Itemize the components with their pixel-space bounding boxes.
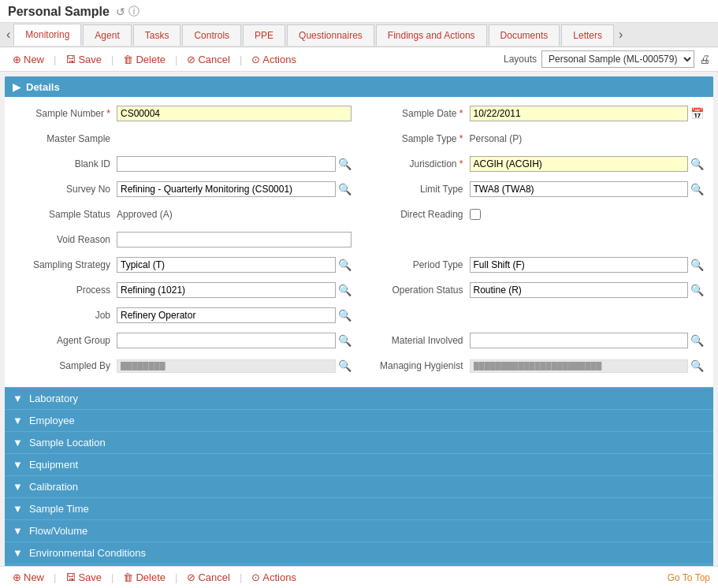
section-collapse-icon: ▼: [13, 437, 23, 448]
sampling-strategy-search-icon[interactable]: 🔍: [338, 259, 352, 271]
managing-hygienist-search-icon[interactable]: 🔍: [690, 359, 704, 372]
details-title: Details: [26, 81, 60, 93]
go-to-top-link[interactable]: Go To Top: [668, 572, 710, 583]
toolbar: ⊕ New | 🖫 Save | 🗑 Delete | ⊘ Cancel | ⊙…: [0, 47, 718, 72]
bottom-save-icon: 🖫: [65, 571, 76, 583]
form-row-sample-status: Sample Status Approved (A) Direct Readin…: [14, 204, 704, 225]
blank-id-input[interactable]: [117, 156, 336, 172]
jurisdiction-label: Jurisdiction: [367, 158, 470, 169]
section-laboratory[interactable]: ▼ Laboratory: [5, 387, 713, 409]
jurisdiction-input[interactable]: [470, 156, 689, 172]
sample-date-calendar-icon[interactable]: 📅: [690, 107, 704, 120]
details-collapse-icon[interactable]: ▶: [13, 80, 21, 93]
section-environmental-conditions[interactable]: ▼ Environmental Conditions: [5, 541, 713, 564]
operation-status-search-icon[interactable]: 🔍: [690, 284, 704, 296]
save-button[interactable]: 🖫 Save: [61, 52, 106, 67]
sampling-strategy-input[interactable]: [117, 257, 336, 273]
managing-hygienist-label: Managing Hygienist: [367, 360, 470, 371]
sampled-by-search-icon[interactable]: 🔍: [338, 359, 352, 372]
info-icon[interactable]: ⓘ: [128, 5, 140, 19]
tab-next-arrow[interactable]: ›: [616, 23, 626, 47]
actions-button[interactable]: ⊙ Actions: [247, 52, 301, 67]
bottom-cancel-button[interactable]: ⊘ Cancel: [182, 570, 234, 585]
limit-type-label: Limit Type: [367, 184, 470, 195]
tab-ppe[interactable]: PPE: [243, 24, 285, 46]
tab-prev-arrow[interactable]: ‹: [3, 23, 13, 47]
section-employee[interactable]: ▼ Employee: [5, 409, 713, 431]
period-type-search-icon[interactable]: 🔍: [690, 259, 704, 271]
sample-date-label: Sample Date: [367, 108, 470, 119]
tab-monitoring[interactable]: Monitoring: [13, 24, 81, 46]
cancel-icon: ⊘: [187, 54, 195, 65]
sample-type-label: Sample Type: [367, 133, 470, 144]
tab-questionnaires[interactable]: Questionnaires: [287, 24, 374, 46]
tab-findings-actions[interactable]: Findings and Actions: [376, 24, 487, 46]
bottom-cancel-icon: ⊘: [187, 571, 195, 583]
form-row-survey-no: Survey No 🔍 Limit Type 🔍: [14, 179, 704, 199]
new-button[interactable]: ⊕ New: [8, 52, 49, 67]
layouts-select[interactable]: Personal Sample (ML-000579): [541, 50, 694, 68]
page-header: Personal Sample ↺ ⓘ: [0, 0, 718, 23]
agent-group-search-icon[interactable]: 🔍: [338, 334, 352, 347]
job-input[interactable]: [117, 307, 336, 323]
bottom-save-button[interactable]: 🖫 Save: [61, 570, 106, 585]
survey-no-search-icon[interactable]: 🔍: [338, 183, 352, 195]
section-flow-volume[interactable]: ▼ Flow/Volume: [5, 519, 713, 541]
section-calibration[interactable]: ▼ Calibration: [5, 475, 713, 497]
save-icon: 🖫: [65, 54, 76, 65]
tab-controls[interactable]: Controls: [182, 24, 241, 46]
blank-id-label: Blank ID: [14, 158, 117, 169]
bottom-new-button[interactable]: ⊕ New: [8, 570, 49, 585]
bottom-delete-button[interactable]: 🗑 Delete: [118, 570, 170, 585]
void-reason-label: Void Reason: [14, 234, 117, 245]
limit-type-search-icon[interactable]: 🔍: [690, 183, 704, 195]
survey-no-input[interactable]: [117, 181, 336, 197]
job-search-icon[interactable]: 🔍: [338, 309, 352, 322]
sample-date-input[interactable]: [470, 106, 689, 121]
tab-tasks[interactable]: Tasks: [133, 24, 181, 46]
tab-documents[interactable]: Documents: [489, 24, 560, 46]
limit-type-input[interactable]: [470, 181, 689, 197]
details-form: Sample Number Sample Date 📅 Master Sampl…: [5, 97, 713, 387]
delete-button[interactable]: 🗑 Delete: [118, 52, 170, 67]
form-row-sampled-by: Sampled By 🔍 Managing Hygienist 🔍: [14, 355, 704, 376]
bottom-toolbar: ⊕ New | 🖫 Save | 🗑 Delete | ⊘ Cancel | ⊙…: [0, 566, 718, 588]
managing-hygienist-input[interactable]: [470, 359, 689, 373]
material-involved-search-icon[interactable]: 🔍: [690, 334, 704, 347]
section-sample-time[interactable]: ▼ Sample Time: [5, 497, 713, 519]
bottom-actions-icon: ⊙: [251, 571, 260, 583]
section-equipment[interactable]: ▼ Equipment: [5, 453, 713, 475]
period-type-label: Period Type: [367, 259, 470, 270]
form-row-void-reason: Void Reason: [14, 229, 704, 250]
jurisdiction-search-icon[interactable]: 🔍: [690, 158, 704, 170]
void-reason-input[interactable]: [117, 232, 352, 247]
refresh-icon[interactable]: ↺: [116, 6, 125, 18]
page-title: Personal Sample: [8, 5, 110, 19]
period-type-input[interactable]: [470, 257, 689, 273]
bottom-actions-button[interactable]: ⊙ Actions: [247, 570, 301, 585]
process-label: Process: [14, 285, 117, 296]
sample-status-value: Approved (A): [117, 209, 173, 220]
direct-reading-checkbox[interactable]: [470, 209, 481, 220]
process-input[interactable]: [117, 282, 336, 298]
bottom-new-plus-icon: ⊕: [13, 571, 21, 583]
sampled-by-label: Sampled By: [14, 360, 117, 371]
bottom-delete-icon: 🗑: [123, 571, 133, 583]
operation-status-input[interactable]: [470, 282, 689, 298]
blank-id-search-icon[interactable]: 🔍: [338, 158, 352, 170]
sampled-by-input[interactable]: [117, 359, 336, 373]
tab-letters[interactable]: Letters: [561, 24, 614, 46]
material-involved-label: Material Involved: [367, 335, 470, 346]
sections-container: ▼ Laboratory▼ Employee▼ Sample Location▼…: [5, 387, 713, 586]
agent-group-input[interactable]: [117, 333, 336, 348]
material-involved-input[interactable]: [470, 333, 689, 348]
cancel-button[interactable]: ⊘ Cancel: [182, 52, 234, 67]
sample-number-input[interactable]: [117, 106, 352, 121]
section-sample-location[interactable]: ▼ Sample Location: [5, 431, 713, 453]
process-search-icon[interactable]: 🔍: [338, 284, 352, 296]
form-row-sample-number: Sample Number Sample Date 📅: [14, 103, 704, 124]
section-collapse-icon: ▼: [13, 481, 23, 493]
layouts-action-icon[interactable]: 🖨: [699, 53, 710, 65]
tab-agent[interactable]: Agent: [83, 24, 131, 46]
operation-status-label: Operation Status: [367, 285, 470, 296]
